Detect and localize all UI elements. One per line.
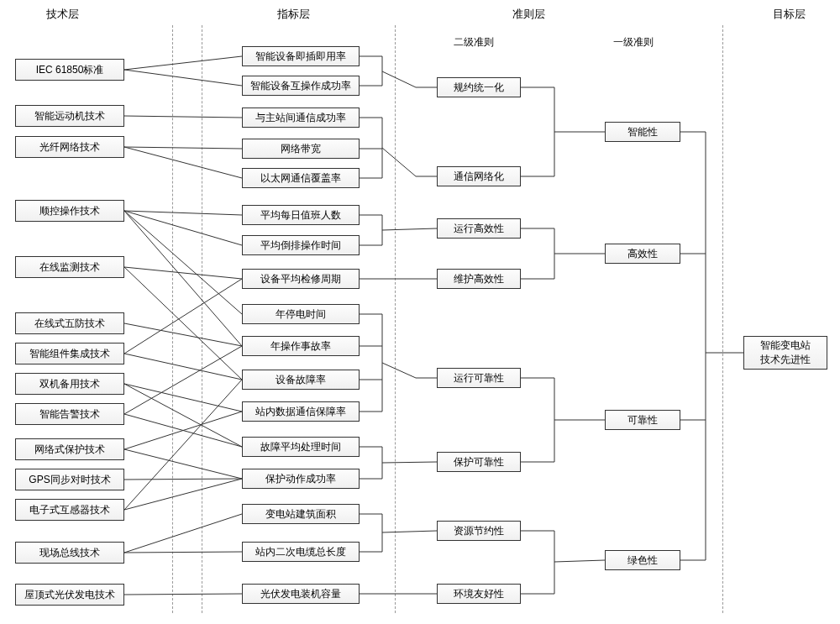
tech-box-10: GPS同步对时技术	[15, 469, 124, 490]
tech-box-13: 屋顶式光伏发电技术	[15, 584, 124, 606]
tech-box-4: 在线监测技术	[15, 256, 124, 278]
criteria2-box-5: 保护可靠性	[437, 452, 521, 472]
criteria2-box-3: 维护高效性	[437, 269, 521, 289]
indicator-box-5: 平均每日值班人数	[242, 205, 360, 225]
indicator-box-1: 智能设备互操作成功率	[242, 76, 360, 96]
svg-line-13	[124, 354, 242, 380]
svg-line-15	[124, 384, 242, 447]
svg-line-2	[124, 116, 242, 118]
svg-line-31	[382, 228, 437, 230]
svg-line-8	[124, 211, 242, 346]
subheader-l1: 一级准则	[613, 35, 654, 50]
header-criteria: 准则层	[512, 7, 545, 22]
criteria2-box-7: 环境友好性	[437, 584, 521, 604]
tech-box-7: 双机备用技术	[15, 373, 124, 395]
indicator-box-9: 年操作事故率	[242, 336, 360, 356]
criteria2-box-4: 运行可靠性	[437, 368, 521, 388]
svg-line-19	[124, 449, 242, 479]
indicator-box-4: 以太网通信覆盖率	[242, 168, 360, 188]
svg-line-24	[124, 552, 242, 553]
indicator-box-13: 保护动作成功率	[242, 469, 360, 489]
svg-line-14	[124, 384, 242, 412]
criteria1-box-0: 智能性	[605, 122, 680, 142]
indicator-box-2: 与主站间通信成功率	[242, 107, 360, 128]
tech-box-3: 顺控操作技术	[15, 200, 124, 222]
tech-box-9: 网络式保护技术	[15, 438, 124, 460]
criteria1-box-3: 绿色性	[605, 550, 680, 570]
svg-line-17	[124, 414, 242, 447]
svg-line-4	[124, 147, 242, 178]
tech-box-2: 光纤网络技术	[15, 136, 124, 158]
svg-line-38	[382, 531, 437, 532]
svg-line-16	[124, 346, 242, 414]
tech-box-1: 智能远动机技术	[15, 105, 124, 127]
criteria2-box-0: 规约统一化	[437, 77, 521, 97]
svg-line-0	[124, 56, 242, 70]
svg-line-11	[124, 323, 242, 346]
criteria1-box-1: 高效性	[605, 244, 680, 264]
indicator-box-11: 站内数据通信保障率	[242, 401, 360, 422]
svg-line-7	[124, 211, 242, 314]
tech-box-11: 电子式互感器技术	[15, 499, 124, 521]
svg-line-29	[382, 148, 416, 176]
svg-line-21	[124, 479, 242, 510]
indicator-box-16: 光伏发电装机容量	[242, 584, 360, 604]
svg-line-3	[124, 147, 242, 149]
criteria2-box-1: 通信网络化	[437, 166, 521, 186]
tech-box-8: 智能告警技术	[15, 403, 124, 425]
indicator-box-15: 站内二次电缆总长度	[242, 542, 360, 562]
svg-line-5	[124, 211, 242, 215]
indicator-box-10: 设备故障率	[242, 370, 360, 390]
tech-box-0: IEC 61850标准	[15, 59, 124, 81]
svg-line-18	[124, 412, 242, 449]
svg-line-26	[382, 71, 416, 87]
tech-box-6: 智能组件集成技术	[15, 343, 124, 364]
svg-line-1	[124, 70, 242, 86]
header-indicator: 指标层	[277, 7, 310, 22]
connection-lines	[0, 0, 840, 624]
svg-line-12	[124, 279, 242, 354]
tech-box-5: 在线式五防技术	[15, 312, 124, 334]
svg-line-43	[554, 560, 605, 562]
indicator-box-6: 平均倒排操作时间	[242, 235, 360, 255]
indicator-box-7: 设备平均检修周期	[242, 269, 360, 289]
header-goal: 目标层	[773, 7, 806, 22]
svg-line-25	[124, 594, 242, 595]
svg-line-37	[382, 462, 437, 463]
criteria1-box-2: 可靠性	[605, 410, 680, 430]
indicator-box-8: 年停电时间	[242, 304, 360, 324]
indicator-box-3: 网络带宽	[242, 139, 360, 159]
indicator-box-14: 变电站建筑面积	[242, 504, 360, 524]
svg-line-23	[124, 514, 242, 553]
tech-box-12: 现场总线技术	[15, 542, 124, 564]
svg-line-20	[124, 479, 242, 480]
subheader-l2: 二级准则	[454, 35, 494, 50]
svg-line-35	[382, 363, 416, 378]
goal-box: 智能变电站 技术先进性	[743, 336, 827, 370]
svg-line-22	[124, 380, 242, 510]
svg-line-10	[124, 267, 242, 380]
criteria2-box-2: 运行高效性	[437, 218, 521, 239]
indicator-box-0: 智能设备即插即用率	[242, 46, 360, 66]
criteria2-box-6: 资源节约性	[437, 521, 521, 541]
svg-line-9	[124, 267, 242, 279]
indicator-box-12: 故障平均处理时间	[242, 437, 360, 457]
header-tech: 技术层	[46, 7, 79, 22]
svg-line-6	[124, 211, 242, 245]
